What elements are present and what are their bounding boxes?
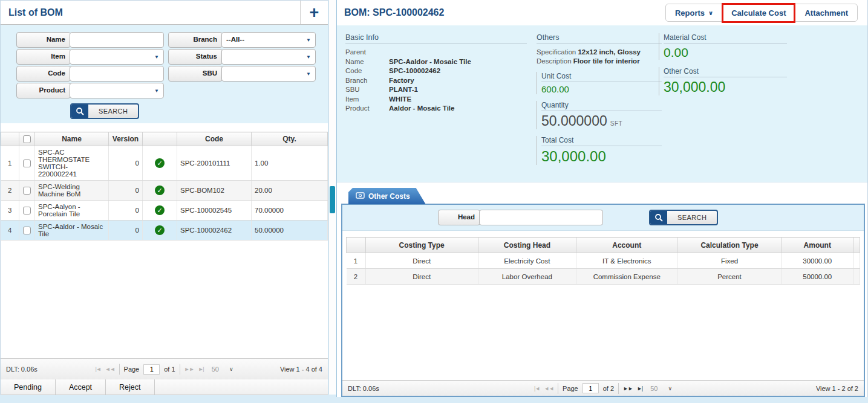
chevron-down-icon: ▼ — [306, 33, 311, 47]
page-number-input[interactable] — [582, 383, 599, 393]
code-column-header[interactable]: Code — [177, 132, 252, 146]
field-label: Item — [345, 95, 389, 105]
bom-row[interactable]: 2 SPC-Welding Machine BoM 0 ✓ SPC-BOM102… — [1, 181, 328, 201]
bom-detail-toolbar: Reports ∨ Calculate Cost Attachment — [665, 4, 858, 22]
costing-head-cell: Electricity Cost — [478, 253, 576, 269]
product-filter-select[interactable]: ▼ — [70, 83, 164, 98]
product-filter-label: Product — [16, 83, 71, 98]
field-value: Aaldor - Mosaic Tile — [389, 104, 527, 114]
item-filter-label: Item — [16, 49, 71, 65]
row-checkbox[interactable] — [23, 207, 31, 214]
bom-search-label: SEARCH — [88, 105, 138, 118]
sbu-filter-select[interactable]: ▼ — [221, 66, 316, 82]
field-value: SPC-100002462 — [389, 66, 527, 76]
page-of-label: of 2 — [603, 385, 614, 392]
head-filter-label: Head — [438, 210, 480, 225]
page-size-caret-icon[interactable]: ∨ — [229, 366, 233, 372]
field-value: PLANT-1 — [389, 85, 527, 95]
bom-row[interactable]: 3 SPC-Aalyon - Porcelain Tile 0 ✓ SPC-10… — [1, 201, 328, 221]
reports-button[interactable]: Reports ∨ — [666, 4, 722, 21]
row-checkbox[interactable] — [23, 227, 31, 234]
calculation-type-cell: Fixed — [677, 253, 782, 269]
amount-header[interactable]: Amount — [782, 237, 853, 253]
bom-row[interactable]: 1 SPC-AC THERMOSTATE SWITCH-2200002241 0… — [1, 146, 328, 181]
add-bom-button[interactable]: + — [300, 1, 328, 24]
costing-head-header[interactable]: Costing Head — [478, 237, 576, 253]
other-cost-row[interactable]: 2 Direct Labor Overhead Commission Expen… — [347, 269, 860, 285]
item-filter-select[interactable]: ▼ — [70, 49, 164, 65]
pending-button[interactable]: Pending — [1, 379, 56, 395]
page-number-input[interactable] — [143, 364, 160, 375]
material-cost-box: Material Cost 0.00 — [659, 33, 787, 60]
version-column-header[interactable]: Version — [109, 132, 143, 146]
bom-grid-header-row: Name Version Code Qty. — [1, 132, 328, 146]
reject-button[interactable]: Reject — [106, 379, 154, 395]
select-all-checkbox[interactable] — [23, 135, 31, 143]
code-filter-input[interactable] — [70, 66, 163, 81]
chevron-down-icon: ▼ — [154, 50, 159, 64]
name-filter-input[interactable] — [70, 33, 163, 47]
field-value: SPC-Aaldor - Mosaic Tile — [389, 57, 527, 67]
specification-value: 12x12 inch, Glossy — [578, 48, 641, 56]
bom-qty-cell: 1.00 — [252, 146, 328, 181]
last-page-icon[interactable]: ►| — [637, 385, 642, 392]
prev-page-icon[interactable]: ◄◄ — [544, 385, 553, 392]
row-checkbox[interactable] — [23, 160, 31, 167]
calculate-cost-button[interactable]: Calculate Cost — [723, 5, 794, 21]
bom-code-cell: SPC-200101111 — [177, 146, 252, 181]
bom-row-selected[interactable]: 4 SPC-Aaldor - Mosaic Tile 0 ✓ SPC-10000… — [1, 221, 328, 240]
quantity-box: Quantity 50.000000SFT — [537, 101, 662, 129]
dlt-timer: DLT: 0.06s — [348, 385, 420, 392]
last-page-icon[interactable]: ►| — [198, 366, 203, 372]
other-costs-grid: Costing Type Costing Head Account Calcul… — [346, 237, 860, 285]
view-range-label: View 1 - 4 of 4 — [250, 366, 322, 373]
page-label: Page — [124, 366, 140, 373]
page-size-caret-icon[interactable]: ∨ — [668, 385, 672, 392]
prev-page-icon[interactable]: ◄◄ — [105, 366, 115, 372]
costing-type-header[interactable]: Costing Type — [365, 237, 478, 253]
costing-type-cell: Direct — [365, 253, 478, 269]
first-page-icon[interactable]: |◄ — [95, 366, 100, 372]
reports-label: Reports — [675, 8, 705, 18]
specification-label: Specification — [537, 48, 576, 56]
bom-name-cell: SPC-Welding Machine BoM — [35, 181, 109, 201]
bom-detail-header: BOM: SPC-100002462 Reports ∨ Calculate C… — [337, 0, 867, 25]
row-number: 3 — [1, 201, 19, 221]
tab-other-costs[interactable]: Other Costs — [348, 188, 426, 204]
unit-cost-label: Unit Cost — [541, 72, 662, 82]
panel-scrollbar-track — [329, 0, 336, 395]
other-costs-search-button[interactable]: SEARCH — [649, 210, 718, 225]
bom-list-title: List of BOM — [1, 7, 63, 18]
next-page-icon[interactable]: ►► — [184, 366, 194, 372]
page-size-value[interactable]: 50 — [212, 366, 219, 373]
head-filter-input[interactable] — [480, 210, 602, 225]
account-header[interactable]: Account — [576, 237, 677, 253]
dlt-timer: DLT: 0.06s — [6, 366, 79, 373]
bom-search-button[interactable]: SEARCH — [70, 103, 139, 119]
accept-button[interactable]: Accept — [56, 379, 106, 395]
page-size-value[interactable]: 50 — [650, 385, 658, 392]
branch-filter-select[interactable]: --All-- ▼ — [221, 32, 316, 48]
other-cost-value: 30,000.00 — [664, 79, 787, 95]
attachment-button[interactable]: Attachment — [795, 4, 857, 21]
bom-detail-panel: BOM: SPC-100002462 Reports ∨ Calculate C… — [336, 0, 868, 397]
row-checkbox[interactable] — [23, 187, 31, 195]
first-page-icon[interactable]: |◄ — [534, 385, 540, 392]
search-icon — [650, 211, 667, 224]
name-column-header[interactable]: Name — [35, 132, 109, 146]
bom-name-cell: SPC-Aaldor - Mosaic Tile — [35, 221, 109, 240]
chevron-down-icon: ▼ — [306, 67, 311, 81]
total-cost-label: Total Cost — [541, 136, 662, 146]
next-page-icon[interactable]: ►► — [623, 385, 633, 392]
status-filter-select[interactable]: ▼ — [221, 49, 316, 65]
calculation-type-header[interactable]: Calculation Type — [677, 237, 782, 253]
status-approved-icon: ✓ — [155, 158, 165, 168]
bom-name-cell: SPC-AC THERMOSTATE SWITCH-2200002241 — [35, 146, 109, 181]
rownum-header — [347, 237, 366, 253]
panel-scrollbar-thumb[interactable] — [330, 186, 335, 213]
other-costs-filter-bar: Head SEARCH — [342, 205, 864, 231]
unit-cost-box: Unit Cost 600.00 — [537, 72, 662, 94]
status-approved-icon: ✓ — [155, 205, 165, 215]
other-cost-row[interactable]: 1 Direct Electricity Cost IT & Electroni… — [347, 253, 860, 269]
qty-column-header[interactable]: Qty. — [252, 132, 328, 146]
